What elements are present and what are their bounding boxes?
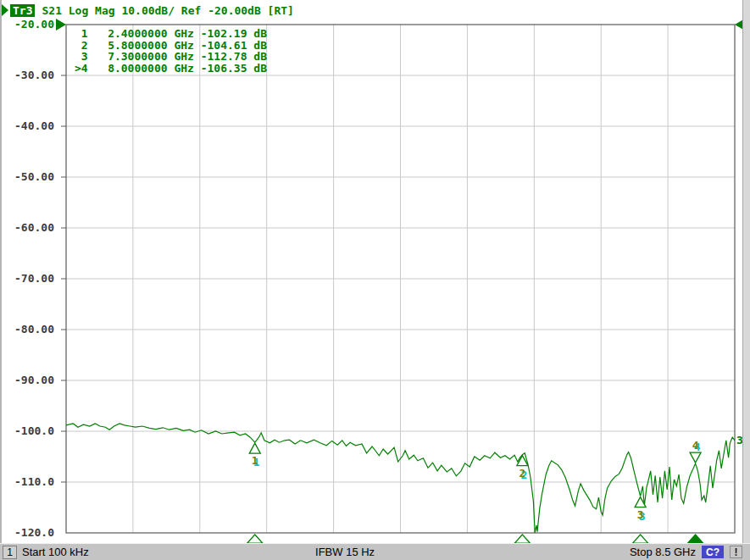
window-right-edge <box>742 0 750 543</box>
marker-table: 1 2.4000000 GHz -102.19 dB 2 5.8000000 G… <box>75 28 267 74</box>
marker-number-label: 2 <box>519 467 525 480</box>
y-axis-label: -90.00 <box>0 373 54 387</box>
y-axis-label: -120.0 <box>0 525 54 540</box>
status-bar-right: Stop 8.5 GHz C? ! <box>630 545 742 559</box>
window-left-edge <box>0 0 2 560</box>
y-axis-labels: -20.00-30.00-40.00-50.00-60.00-70.00-80.… <box>0 0 54 542</box>
marker-symbol[interactable] <box>249 443 260 453</box>
marker-table-row: 2 5.8000000 GHz -104.61 dB <box>75 40 267 52</box>
ifbw-label: IFBW 15 Hz <box>315 546 375 558</box>
vna-screen: Tr3 S21 Log Mag 10.00dB/ Ref -20.00dB [R… <box>0 0 750 560</box>
y-axis-label: -70.00 <box>0 271 54 286</box>
y-axis-label: -40.00 <box>0 119 54 133</box>
plot-area[interactable]: 311223344 <box>0 0 750 560</box>
marker-number-label: 1 <box>252 454 258 467</box>
stop-frequency-label: Stop 8.5 GHz <box>630 546 696 558</box>
y-axis-label: -20.00 <box>0 17 54 31</box>
status-bar-center: IFBW 15 Hz <box>315 545 375 559</box>
y-axis-label: -50.00 <box>0 169 54 184</box>
marker-stimulus-indicator[interactable] <box>633 535 648 543</box>
status-bar-left: 1 Start 100 kHz <box>3 545 89 559</box>
status-bar: 1 Start 100 kHz IFBW 15 Hz Stop 8.5 GHz … <box>0 543 750 560</box>
y-axis-label: -110.0 <box>0 474 54 489</box>
channel-number-box: 1 <box>3 546 17 559</box>
cal-status-button[interactable]: C? <box>702 546 724 558</box>
y-axis-label: -100.0 <box>0 424 54 438</box>
marker-symbol-active[interactable] <box>690 452 701 463</box>
marker-table-row: >4 8.0000000 GHz -106.35 dB <box>75 63 267 75</box>
marker-table-row: 3 7.3000000 GHz -112.78 dB <box>75 51 267 63</box>
marker-stimulus-indicator-active[interactable] <box>688 535 703 543</box>
ref-level-arrow-left-icon[interactable] <box>56 19 66 30</box>
y-axis-label: -30.00 <box>0 68 54 82</box>
marker-stimulus-indicator[interactable] <box>514 535 530 543</box>
marker-table-row: 1 2.4000000 GHz -102.19 dB <box>75 28 267 40</box>
start-frequency-label: Start 100 kHz <box>22 546 89 558</box>
marker-stimulus-indicator[interactable] <box>247 535 263 543</box>
y-axis-label: -60.00 <box>0 220 54 235</box>
marker-number-label: 4 <box>692 439 699 452</box>
y-axis-label: -80.00 <box>0 322 54 336</box>
alert-button[interactable]: ! <box>730 546 742 558</box>
marker-number-label: 3 <box>637 508 644 521</box>
